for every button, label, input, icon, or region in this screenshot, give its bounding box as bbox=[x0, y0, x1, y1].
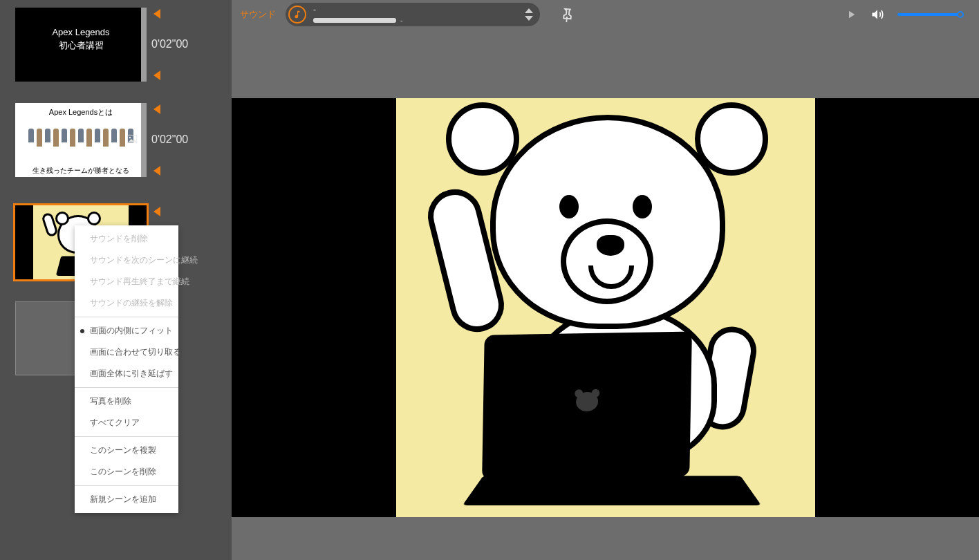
play-icon[interactable] bbox=[845, 8, 857, 21]
menu-item-continue-sound-next: サウンドを次のシーンに継続 bbox=[75, 250, 178, 271]
scene-list: Apex Legends 初心者講習 0'02"00 Apex bbox=[0, 0, 232, 560]
sound-selector[interactable]: - - bbox=[286, 3, 540, 26]
menu-item-delete-photo[interactable]: 写真を削除 bbox=[75, 391, 178, 412]
bear-eye-right bbox=[633, 195, 652, 218]
bear-nose bbox=[597, 235, 624, 256]
marker-out-icon[interactable] bbox=[153, 166, 160, 176]
scene-thumbnail[interactable]: Apex Legendsとは 生き残ったチームが勝者となる bbox=[15, 103, 147, 177]
thumb-title-line: 初心者講習 bbox=[59, 39, 104, 52]
app-root: Apex Legends 初心者講習 0'02"00 Apex bbox=[0, 0, 979, 560]
toolbar: サウンド - - bbox=[232, 0, 979, 29]
menu-item-duplicate-scene[interactable]: このシーンを複製 bbox=[75, 440, 178, 461]
marker-in-icon[interactable] bbox=[153, 207, 160, 216]
sound-progress-bar bbox=[313, 18, 396, 23]
thumb-overlay-text: Apex Legendsとは bbox=[15, 107, 147, 118]
scene-row[interactable]: Apex Legends 初心者講習 0'02"00 bbox=[0, 0, 232, 88]
svg-point-1 bbox=[129, 137, 131, 139]
main-area: サウンド - - bbox=[232, 0, 979, 560]
menu-item-fit-inside[interactable]: 画面の内側にフィット bbox=[75, 320, 178, 342]
menu-item-remove-sound: サウンドを削除 bbox=[75, 228, 178, 250]
thumb-side-strip bbox=[141, 103, 147, 177]
scene-duration: 0'02"00 bbox=[151, 38, 232, 50]
sound-stepper bbox=[525, 8, 533, 21]
image-icon bbox=[127, 134, 137, 145]
chevron-down-icon[interactable] bbox=[525, 16, 533, 21]
scene-meta: 0'02"00 bbox=[153, 103, 232, 177]
sound-label: サウンド bbox=[240, 8, 276, 21]
volume-icon[interactable] bbox=[870, 8, 885, 21]
volume-slider[interactable] bbox=[897, 13, 961, 16]
sound-text: - - bbox=[313, 5, 516, 24]
music-icon bbox=[288, 6, 306, 24]
scene-duration: 0'02"00 bbox=[151, 133, 232, 146]
scene-meta: 0'02"00 bbox=[153, 8, 232, 82]
pin-icon[interactable] bbox=[557, 3, 580, 27]
sound-subtitle: - bbox=[400, 16, 403, 24]
chevron-up-icon[interactable] bbox=[525, 8, 533, 13]
thumb-title-line: Apex Legends bbox=[52, 27, 109, 37]
marker-in-icon[interactable] bbox=[153, 9, 160, 19]
menu-item-crop-to-screen[interactable]: 画面に合わせて切り取る bbox=[75, 342, 178, 363]
sound-title: - bbox=[313, 5, 316, 15]
svg-rect-0 bbox=[127, 135, 137, 143]
scene-thumbnail[interactable]: Apex Legends 初心者講習 bbox=[15, 8, 147, 82]
volume-thumb[interactable] bbox=[957, 11, 964, 18]
laptop-logo-icon bbox=[570, 392, 603, 420]
menu-item-add-new-scene[interactable]: 新規シーンを追加 bbox=[75, 489, 178, 510]
marker-in-icon[interactable] bbox=[153, 104, 160, 114]
preview-stage[interactable] bbox=[232, 98, 979, 517]
menu-item-stretch-full[interactable]: 画面全体に引き延ばす bbox=[75, 363, 178, 384]
preview-content bbox=[396, 98, 815, 517]
bear-mouth bbox=[588, 265, 634, 289]
scene-row[interactable]: Apex Legendsとは 生き残ったチームが勝者となる 0'02"00 bbox=[0, 88, 232, 191]
marker-out-icon[interactable] bbox=[153, 71, 160, 80]
bullet-icon bbox=[80, 329, 84, 333]
thumb-side-strip bbox=[141, 8, 147, 82]
menu-item-clear-all[interactable]: すべてクリア bbox=[75, 412, 178, 433]
menu-item-delete-scene[interactable]: このシーンを削除 bbox=[75, 461, 178, 483]
laptop-base bbox=[462, 476, 761, 505]
bear-muzzle bbox=[561, 218, 653, 304]
thumb-overlay-text: 生き残ったチームが勝者となる bbox=[15, 166, 147, 176]
menu-item-cancel-sound-continue: サウンドの継続を解除 bbox=[75, 292, 178, 314]
laptop-screen bbox=[482, 331, 692, 480]
menu-item-continue-sound-end: サウンド再生終了まで継続 bbox=[75, 271, 178, 292]
bear-eye-left bbox=[559, 195, 579, 218]
scene-context-menu: サウンドを削除 サウンドを次のシーンに継続 サウンド再生終了まで継続 サウンドの… bbox=[75, 225, 178, 513]
stage-wrap bbox=[232, 29, 979, 560]
